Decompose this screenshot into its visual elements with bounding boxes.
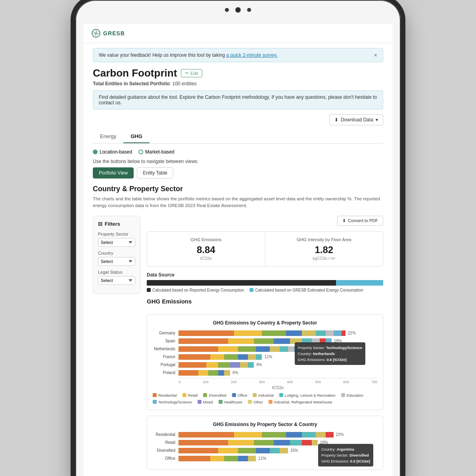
bar-seg-1 [178, 330, 234, 336]
chart1-x-label: tCO2e [178, 386, 377, 390]
filter-legal-status-select[interactable]: Select [98, 276, 135, 285]
c2-div-1 [178, 448, 218, 453]
filter-legal-status: Legal Status Select [98, 270, 135, 285]
bar-seg-n4 [256, 346, 270, 352]
legend-dot-education [341, 393, 345, 397]
bar-row-netherlands: Netherlands [153, 346, 377, 352]
c2-seg-3 [262, 432, 286, 438]
bar-label-france: France [153, 355, 178, 359]
bar-seg-p6 [248, 362, 254, 368]
c2-ret-1 [178, 440, 228, 445]
edit-label: Edit [190, 71, 198, 76]
ds-legend-blue-label: Calculated based on GRESB Estimated Ener… [255, 288, 363, 292]
download-icon: ⬇ [334, 117, 338, 123]
bar-seg-pl2 [198, 370, 208, 376]
bar-container-germany: 22% [178, 330, 377, 336]
bar-seg-9 [342, 330, 345, 336]
radio-market-based[interactable]: Market-based [138, 149, 174, 155]
legend-residential: Residential [153, 393, 177, 397]
legend-dot-technology [153, 400, 157, 404]
bar-seg-p3 [218, 362, 230, 368]
edit-button[interactable]: ✏ Edit [181, 69, 202, 77]
metric-ghg-unit: tCO2e [151, 256, 261, 261]
convert-to-pdf-button[interactable]: ⬇ Convert to PDF [337, 216, 383, 226]
ds-bar-dark [147, 280, 336, 286]
bar-row-germany: Germany [153, 330, 377, 336]
bar-seg-8 [334, 330, 342, 336]
bar-seg-n7 [288, 346, 294, 352]
tablet-camera [235, 7, 241, 13]
feedback-banner: We value your feedback! Help us improve … [93, 48, 383, 62]
convert-label: Convert to PDF [348, 218, 378, 223]
c2-div-6 [280, 448, 288, 453]
bar-label-netherlands: Netherlands [153, 347, 178, 351]
legend-education: Education [341, 393, 363, 397]
legend-label-industrial: Industrial [258, 393, 274, 397]
bar-label-c2-office: Office [153, 456, 178, 461]
bar-seg-6 [316, 330, 326, 336]
charts-column: ⬇ Convert to PDF GHG Emissions 8.84 tCO2… [147, 216, 383, 470]
bar-pct-c2-diversified: 15% [290, 448, 298, 453]
chart2-title: GHG Emissions by Property Sector & Count… [153, 422, 377, 427]
feedback-link[interactable]: a quick 2-minute survey. [226, 52, 277, 58]
ds-dot-dark [147, 288, 151, 292]
legend-lodging: Lodging, Leisure & Recreation [279, 393, 336, 397]
tab-energy[interactable]: Energy [93, 130, 123, 143]
portfolio-view-button[interactable]: Portfolio View [93, 167, 134, 178]
ds-legend-blue: Calculated based on GRESB Estimated Ener… [250, 288, 363, 292]
c2-ret-4 [274, 440, 290, 445]
view-toggle-label: Use the buttons below to navigate betwee… [93, 159, 383, 164]
radio-location-based[interactable]: Location-based [93, 149, 132, 155]
ds-bar-blue [336, 280, 383, 286]
bar-label-spain: Spain [153, 339, 178, 343]
legend-label-diversified: Diversified [209, 393, 226, 397]
view-buttons: Portfolio View Entity Table [93, 167, 383, 178]
bar-seg-n3 [238, 346, 256, 352]
chart1-title: GHG Emissions by Country & Property Sect… [153, 320, 377, 326]
tablet-screen: GRESB We value your feedback! Help us im… [83, 24, 393, 476]
bar-label-c2-diversified: Diversified [153, 448, 178, 453]
bar-seg-pl3 [208, 370, 218, 376]
legend-retail: Retail [182, 393, 198, 397]
filter-country-select[interactable]: Select [98, 257, 135, 266]
metric-ghg-title: GHG Emissions [151, 237, 261, 242]
legend-dot-residential [153, 393, 157, 397]
legend-dot-ind-refrig [269, 400, 273, 404]
gresb-logo: GRESB [91, 29, 125, 38]
bar-seg-n6 [280, 346, 288, 352]
main-content-row: ⊟ Filters Property Sector Select Country… [93, 216, 383, 470]
filter-legal-status-label: Legal Status [98, 270, 135, 274]
filter-property-sector-select[interactable]: Select [98, 238, 135, 247]
content-area: We value your feedback! Help us improve … [83, 48, 393, 476]
bar-seg-p4 [230, 362, 240, 368]
bar-pct-germany: 22% [348, 331, 356, 335]
bar-seg-p5 [240, 362, 248, 368]
ds-legend-dark-label: Calculated based on Reported Energy Cons… [152, 288, 244, 292]
entity-table-button[interactable]: Entity Table [137, 167, 173, 178]
legend-dot-lodging [279, 393, 283, 397]
c2-seg-2 [234, 432, 262, 438]
metric-ghg-emissions: GHG Emissions 8.84 tCO2e [147, 232, 265, 266]
c2-seg-7 [326, 432, 334, 438]
entities-label: Total Entities in Selected Portfolio: 10… [93, 81, 383, 86]
c2-seg-5 [302, 432, 316, 438]
legend-dot-mixed [198, 400, 202, 404]
bar-seg-f2 [210, 354, 224, 360]
legend-label-lodging: Lodging, Leisure & Recreation [285, 393, 336, 397]
metric-intensity-unit: kgCO2e / m² [269, 256, 379, 261]
filter-country-label: Country [98, 251, 135, 255]
feedback-close-button[interactable]: × [374, 52, 377, 58]
bar-seg-f5 [248, 354, 256, 360]
bar-seg-pl5 [224, 370, 230, 376]
legend-healthcare: Healthcare [219, 400, 242, 404]
radio-dot-empty [138, 150, 143, 154]
bar-seg-pl4 [218, 370, 224, 376]
bar-label-portugal: Portugal [153, 363, 178, 367]
legend-label-education: Education [347, 393, 363, 397]
bar-seg-n5 [270, 346, 280, 352]
download-data-button[interactable]: ⬇ Download Data ▾ [329, 114, 383, 125]
tab-ghg[interactable]: GHG [123, 130, 150, 143]
legend-diversified: Diversified [203, 393, 226, 397]
bar-seg-7 [326, 330, 334, 336]
c2-seg-1 [178, 432, 234, 438]
